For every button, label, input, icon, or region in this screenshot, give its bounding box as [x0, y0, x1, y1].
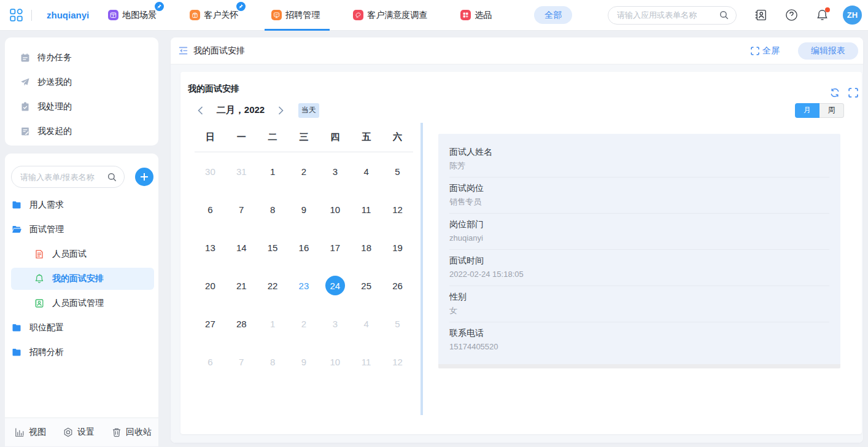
calendar-day[interactable]: 10 [319, 343, 351, 381]
calendar-day[interactable]: 27 [195, 305, 226, 343]
calendar-day[interactable]: 15 [257, 228, 289, 266]
tree-item-人员面试[interactable]: 人员面试 [11, 242, 154, 266]
refresh-icon[interactable] [830, 88, 840, 98]
calendar-day[interactable]: 18 [351, 228, 382, 266]
prev-month-icon[interactable] [195, 105, 206, 116]
sidebar-item-我发起的[interactable]: 我发起的 [5, 119, 158, 144]
calendar-day[interactable]: 3 [319, 152, 351, 190]
tab-地图场景[interactable]: 7地图场景 [101, 0, 166, 31]
settings-icon [63, 427, 73, 437]
calendar-day[interactable]: 26 [382, 266, 413, 305]
sidebar-search-input[interactable] [20, 173, 107, 182]
search-icon[interactable] [107, 173, 117, 182]
calendar-day[interactable]: 6 [195, 343, 226, 381]
sidebar-item-待办任务[interactable]: 待办任务 [5, 45, 158, 70]
calendar-day[interactable]: 19 [382, 228, 413, 266]
tree-item-面试管理[interactable]: 面试管理 [11, 217, 154, 242]
calendar-day[interactable]: 31 [226, 152, 257, 190]
calendar-day[interactable]: 1 [257, 152, 289, 190]
footer-item-设置[interactable]: 设置 [63, 427, 95, 438]
day-number: 6 [200, 200, 220, 219]
field-label: 性别 [449, 290, 829, 303]
calendar-day[interactable]: 25 [351, 266, 382, 305]
avatar[interactable]: ZH [843, 6, 862, 25]
tree-item-招聘分析[interactable]: 招聘分析 [11, 340, 154, 365]
calendar-day-today[interactable]: 23 [289, 266, 320, 305]
calendar-day[interactable]: 9 [289, 190, 320, 228]
tree-item-label: 人员面试管理 [52, 298, 104, 309]
calendar-day[interactable]: 5 [382, 305, 413, 343]
calendar-day[interactable]: 7 [226, 190, 257, 228]
calendar-day[interactable]: 2 [289, 152, 320, 190]
today-button[interactable]: 当天 [298, 103, 319, 118]
tree-item-人员面试管理[interactable]: 人员面试管理 [11, 291, 154, 316]
calendar-day[interactable]: 3 [319, 305, 351, 343]
calendar-day[interactable]: 13 [195, 228, 226, 266]
calendar-day[interactable]: 12 [382, 343, 413, 381]
all-apps-button[interactable]: 全部 [534, 6, 572, 24]
month-view-toggle[interactable]: 月 [795, 103, 820, 118]
calendar-day-selected[interactable]: 24 [319, 266, 351, 305]
tab-客户关怀[interactable]: 客户关怀 [183, 0, 248, 31]
horizontal-scrollbar[interactable] [438, 364, 840, 368]
day-number: 10 [325, 200, 345, 219]
calendar-day[interactable]: 5 [382, 152, 413, 190]
edit-report-button[interactable]: 编辑报表 [798, 42, 858, 60]
tree-item-用人需求[interactable]: 用人需求 [11, 193, 154, 217]
notifications-icon[interactable] [816, 9, 829, 21]
calendar-day[interactable]: 21 [226, 266, 257, 305]
calendar-day[interactable]: 2 [289, 305, 320, 343]
main-panel: 我的面试安排 全屏 编辑报表 我的面试安排 [171, 37, 863, 443]
contacts-icon[interactable] [754, 9, 767, 21]
calendar-day[interactable]: 4 [351, 305, 382, 343]
calendar-day[interactable]: 9 [289, 343, 320, 381]
tree-item-职位配置[interactable]: 职位配置 [11, 316, 154, 340]
next-month-icon[interactable] [275, 105, 286, 116]
week-view-toggle[interactable]: 周 [820, 103, 844, 118]
tab-选品[interactable]: 选品 [454, 0, 502, 31]
calendar-day[interactable]: 20 [195, 266, 226, 305]
day-number: 13 [200, 238, 220, 257]
care-app-icon [190, 10, 200, 20]
sidebar-item-抄送我的[interactable]: 抄送我的 [5, 70, 158, 95]
tab-客户满意度调查[interactable]: 客户满意度调查 [346, 0, 437, 31]
workspace-name[interactable]: zhuqianyi [47, 10, 89, 20]
tree-item-我的面试安排[interactable]: 我的面试安排 [11, 268, 154, 290]
tab-招聘管理[interactable]: 招聘管理 [265, 0, 330, 31]
search-icon[interactable] [719, 10, 729, 20]
topbar-search-input[interactable] [617, 10, 719, 20]
day-number: 5 [387, 161, 407, 181]
footer-item-视图[interactable]: 视图 [15, 427, 46, 438]
calendar-day[interactable]: 22 [257, 266, 289, 305]
sidebar-item-我处理的[interactable]: 我处理的 [5, 95, 158, 119]
calendar-day[interactable]: 14 [226, 228, 257, 266]
calendar-day[interactable]: 4 [351, 152, 382, 190]
calendar-day[interactable]: 6 [195, 190, 226, 228]
calendar-day[interactable]: 17 [319, 228, 351, 266]
calendar-day[interactable]: 8 [257, 190, 289, 228]
day-number: 6 [200, 352, 220, 371]
app-tabs: 7地图场景客户关怀招聘管理客户满意度调查选品 [101, 0, 518, 31]
calendar-day[interactable]: 28 [226, 305, 257, 343]
trash-icon [112, 427, 122, 437]
tree-item-label: 招聘分析 [29, 347, 64, 358]
calendar-day[interactable]: 16 [289, 228, 320, 266]
calendar-day[interactable]: 10 [319, 190, 351, 228]
calendar-day[interactable]: 11 [351, 343, 382, 381]
calendar: 日一二三四五六 30311234567891011121314151617181… [195, 123, 413, 415]
footer-item-回收站[interactable]: 回收站 [112, 427, 152, 438]
calendar-day[interactable]: 7 [226, 343, 257, 381]
calendar-day[interactable]: 11 [351, 190, 382, 228]
form-tree: 用人需求面试管理人员面试我的面试安排人员面试管理职位配置招聘分析 [5, 193, 158, 418]
calendar-day[interactable]: 30 [195, 152, 226, 190]
collapse-sidebar-icon[interactable] [178, 45, 188, 56]
help-icon[interactable] [785, 9, 798, 21]
calendar-day[interactable]: 12 [382, 190, 413, 228]
fullscreen-button[interactable]: 全屏 [751, 45, 780, 56]
app-grid-logo-icon[interactable] [10, 9, 23, 21]
add-button[interactable] [135, 168, 153, 186]
content-area: 待办任务抄送我的我处理的我发起的 用人需求面试管理人员面试我的面试安排人员面试管… [0, 31, 868, 446]
calendar-day[interactable]: 8 [257, 343, 289, 381]
calendar-day[interactable]: 1 [257, 305, 289, 343]
expand-card-icon[interactable] [848, 88, 858, 98]
